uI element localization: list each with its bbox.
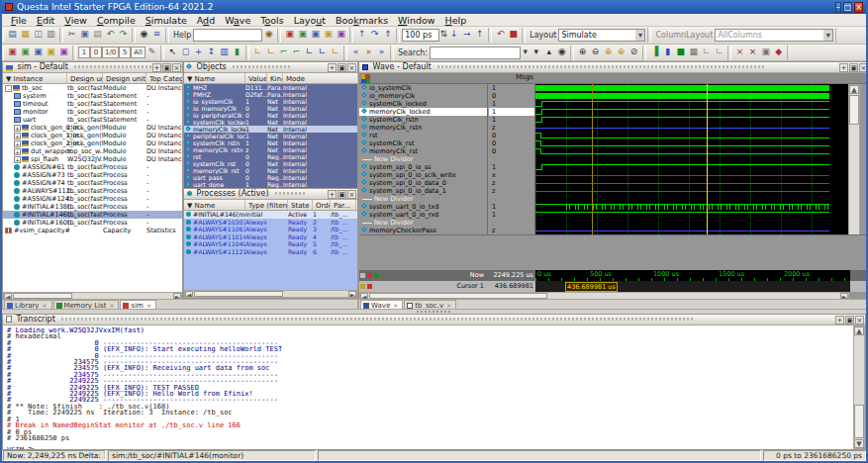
tab-close-icon[interactable]: × [109, 302, 114, 309]
objects-col-0[interactable]: ▼ Name [184, 73, 245, 83]
process-row-ALWAYS11014[interactable]: #ALWAYS#11014AlwaysReady4/tb_... [184, 233, 357, 241]
cancel-all-icon[interactable]: × [733, 46, 746, 58]
zoom-range-icon[interactable]: ⊘ [627, 46, 640, 58]
stop-sim-icon[interactable]: ▣ [335, 28, 347, 41]
cursor-track[interactable]: 436.689981 us [535, 281, 850, 292]
tab-close-icon[interactable]: × [446, 302, 451, 309]
expander-icon[interactable]: - [5, 85, 12, 92]
processes-col-4[interactable]: Par... [331, 200, 356, 210]
object-row-systemClk_rstn[interactable]: systemClk_rstn1NetInternal [184, 139, 357, 146]
wave-signal-systemClk_locked[interactable]: systemClk_locked [359, 100, 487, 108]
processes-col-2[interactable]: State [288, 200, 313, 210]
menu-window[interactable]: Window [393, 15, 439, 26]
run-all-icon[interactable]: ⇑ [381, 28, 394, 41]
object-row-io_memoryClk[interactable]: io_memoryClk0NetInternal [184, 105, 357, 112]
prev-edge-icon[interactable]: ⌐ [277, 46, 290, 58]
tab-close-icon[interactable]: × [42, 302, 47, 309]
transcript-prompt[interactable]: VSIM 2> [7, 447, 853, 449]
processes-hscrollbar[interactable]: ◄ ► [184, 290, 357, 298]
zoom-cursor-icon[interactable]: ⊕ [615, 46, 627, 58]
object-row-io_peripheralClk[interactable]: io_peripheralClk0NetInternal [184, 112, 357, 119]
title-bar[interactable]: Questa Intel Starter FPGA Edition-64 202… [2, 0, 866, 14]
layout-5-icon[interactable]: ▣ [57, 46, 70, 58]
object-row-PMHZ[interactable]: PMHZD2faf...Para...Internal [184, 91, 357, 98]
processes-col-0[interactable]: ▼ Name [184, 200, 245, 210]
columnlayout-combo[interactable]: AllColumns▾ [715, 29, 833, 42]
traffic-light-icon[interactable]: ▮ [231, 46, 243, 58]
break-icon[interactable]: ▣ [322, 28, 335, 41]
menu-simulate[interactable]: Simulate [141, 15, 192, 26]
paste-icon[interactable]: ▤ [91, 28, 104, 41]
maximize-panel-icon[interactable]: ▣ [849, 63, 858, 72]
wave-signal-memoryClk_locked[interactable]: memoryClk_locked [359, 108, 487, 116]
columns-mode-icon[interactable]: ▥ [218, 46, 231, 58]
tree-row-system[interactable]: systemtb_soc(fast)Statement- [3, 92, 182, 100]
step-icon[interactable]: ↓ [447, 28, 460, 41]
wave-signal-memoryClk_rst[interactable]: memoryClk_rst [359, 147, 487, 155]
search-down-icon[interactable]: ▾ [530, 46, 542, 58]
tab-close-icon[interactable]: × [393, 302, 398, 309]
tab-library[interactable]: Library× [4, 300, 52, 310]
object-row-peripheralClk_locke[interactable]: peripheralClk_locke...1NetInternal [184, 133, 357, 139]
next-edge-icon[interactable]: ⌐ [290, 46, 303, 58]
columnlayout-combo-arrow[interactable]: ▾ [823, 30, 832, 41]
reload-page-icon[interactable]: ▣ [759, 46, 772, 58]
wave-signal-memoryClk_rstn[interactable]: memoryClk_rstn [359, 124, 487, 132]
object-row-memoryClk_rstn[interactable]: memoryClk_rstnzNetInternal [184, 146, 357, 153]
force-1/0-button[interactable]: 1/0 [102, 46, 119, 58]
sim-col-3[interactable]: Top Categor [146, 73, 183, 83]
layout-1-icon[interactable]: ▣ [6, 46, 19, 58]
processes-col-1[interactable]: Type (filtered) [245, 200, 288, 210]
maximize-panel-icon[interactable]: ▣ [338, 63, 346, 72]
tree-row-clock_gen_1_in[interactable]: +clock_gen_1_in...clock_gen(f...ModuleDU… [3, 132, 182, 139]
objects-col-2[interactable]: Kind [267, 73, 283, 83]
wave-signal-memoryCheckerPass[interactable]: memoryCheckerPass [359, 227, 487, 234]
copy-icon[interactable]: ▣ [78, 28, 91, 41]
waveform-canvas[interactable] [535, 84, 850, 234]
ungroup-toggle-icon[interactable]: ▦ [687, 46, 700, 58]
wave-signal-system_spi_0_io_data_0[interactable]: system_spi_0_io_data_0 [359, 179, 487, 187]
scroll-up-icon[interactable]: ▲ [854, 326, 864, 335]
tab-tb-soc-v[interactable]: tb_soc.v× [404, 300, 456, 310]
processes-panel-grip[interactable] [275, 192, 305, 195]
next-transition-icon[interactable]: » [362, 46, 375, 58]
force-all-button[interactable]: All [131, 46, 145, 58]
menu-edit[interactable]: Edit [32, 15, 59, 26]
wave-signal-system_uart_0_io_txd[interactable]: system_uart_0_io_txd [359, 203, 487, 211]
tree-row-ASSIGN61[interactable]: #ASSIGN#61tb_soc(fast)Process- [3, 163, 182, 171]
scroll-up-icon[interactable]: ▲ [849, 85, 859, 94]
expander-icon[interactable]: + [14, 125, 21, 132]
run-length-input[interactable]: 100 ps [402, 29, 439, 42]
new-file-icon[interactable]: ▤ [6, 28, 19, 41]
sim-col-2[interactable]: Design unit type [103, 73, 146, 83]
object-row-systemClk_locked[interactable]: systemClk_locked1NetInternal [184, 119, 357, 126]
wave-signal-system_spi_0_io_ss[interactable]: system_spi_0_io_ss [359, 163, 487, 171]
tree-row-vsim_capacity[interactable]: #vsim_capacity#CapacityStatistics [3, 227, 182, 234]
cursor1-line[interactable] [592, 84, 593, 234]
next-fall-icon[interactable]: ∟ [316, 46, 329, 58]
process-row-INITIAL146mo[interactable]: #INITIAL#146(mo...InitialActive1/tb_... [184, 211, 357, 219]
undo-icon[interactable]: ↶ [104, 28, 117, 41]
wave-divider[interactable]: New Divider [359, 219, 487, 227]
step-out-icon[interactable]: ↑ [473, 28, 486, 41]
wave-signal-systemClk_rst[interactable]: systemClk_rst [359, 139, 487, 147]
search-up-icon[interactable]: ▴ [542, 46, 555, 58]
print-icon[interactable]: ▥ [45, 28, 57, 41]
save-icon[interactable]: ◫ [32, 28, 45, 41]
wave-divider[interactable]: New Divider [359, 155, 487, 163]
tab-sim[interactable]: sim× [120, 300, 155, 310]
tree-row-dut_wrapper[interactable]: +dut_wrappertop_soc_w...ModuleDU Instanc… [3, 147, 182, 155]
tree-row-ASSIGN124[interactable]: #ASSIGN#124tb_soc(fast)Process- [3, 195, 182, 203]
help-search-icon[interactable]: ◉ [262, 28, 275, 41]
menu-help[interactable]: Help [440, 15, 472, 26]
cursor2-line[interactable] [707, 84, 708, 234]
force-0-button[interactable]: 0 [90, 46, 102, 58]
wave-divider[interactable]: New Divider [359, 195, 487, 203]
tree-row-timeout[interactable]: timeouttb_soc(fast)Statement- [3, 100, 182, 108]
add-wave-icon[interactable]: ∟ [329, 46, 341, 58]
dock-icon[interactable]: + [328, 63, 337, 72]
process-row-ALWAYS11121[interactable]: #ALWAYS#11121AlwaysReady6/tb_... [184, 248, 357, 256]
transcript-body[interactable]: # Loading work.W25Q32JVxxIM(fast)# hexad… [4, 325, 853, 449]
cursor1-time-box[interactable]: 436.689981 us [565, 282, 618, 292]
maximize-panel-icon[interactable]: ▣ [338, 190, 346, 199]
